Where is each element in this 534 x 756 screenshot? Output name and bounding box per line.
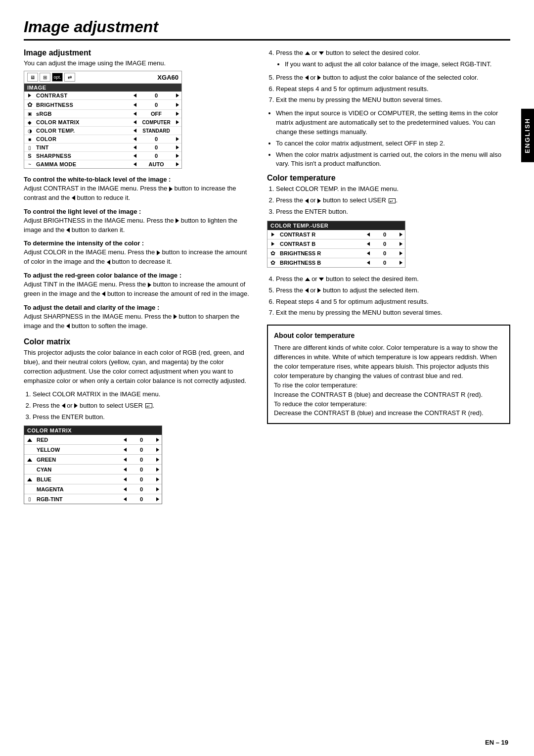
- note-1: When the input source is VIDEO or COMPUT…: [276, 109, 510, 137]
- color-matrix-step-3: Press the ENTER button.: [33, 413, 251, 422]
- bold-section-contrast: To control the white-to-black level of t…: [24, 176, 251, 203]
- about-color-temp-title: About color temperature: [274, 331, 503, 340]
- note-3: When the color matrix adjustment is carr…: [276, 150, 510, 169]
- menu-icon-2: ⊞: [40, 73, 50, 82]
- english-tab: ENGLISH: [521, 109, 534, 162]
- color-temp-table: COLOR TEMP.-USER CONTRAST R 0 CONTRAST B: [267, 221, 405, 268]
- menu-icon-tint: ▯: [24, 145, 35, 150]
- color-matrix-step-1: Select COLOR MATRIX in the IMAGE menu.: [33, 390, 251, 399]
- ct-step-1: Select COLOR TEMP. in the IMAGE menu.: [276, 185, 510, 194]
- cm-icon-green: [24, 457, 35, 463]
- ct-arrow-right-contrast-b: [397, 240, 405, 247]
- cm-arrow-right-cyan: [154, 466, 162, 473]
- color-matrix-section: Color matrix This projector adjusts the …: [24, 337, 251, 504]
- note-2: To cancel the color matrix adjustment, s…: [276, 139, 510, 148]
- cm-row-green: GREEN 0: [24, 455, 162, 465]
- cm-label-green: GREEN: [35, 457, 121, 463]
- menu-arrow-right-sharpness: [174, 153, 181, 159]
- ct-steps-after: Press the or button to select the desire…: [267, 275, 510, 318]
- ct-step-4: Press the or button to select the desire…: [276, 275, 510, 284]
- cm-val-cyan: 0: [129, 467, 154, 472]
- cm-arrow-right-red: [154, 436, 162, 443]
- ct-icon-brightness-r: ✿: [267, 250, 278, 257]
- menu-value-tint: 0: [139, 144, 174, 150]
- menu-label-color: COLOR: [35, 136, 131, 142]
- color-temp-steps: Select COLOR TEMP. in the IMAGE menu. Pr…: [267, 185, 510, 217]
- menu-value-gammamode: AUTO: [139, 161, 174, 167]
- cm-arrow-left-yellow: [121, 446, 129, 453]
- page: ENGLISH Image adjustment Image adjustmen…: [0, 0, 534, 756]
- menu-value-color: 0: [139, 136, 174, 142]
- ct-icon-contrast-b: [267, 241, 278, 247]
- menu-arrow-left-tint: [131, 144, 139, 150]
- ct-arrow-left-contrast-r: [364, 231, 372, 238]
- ct-step-7: Exit the menu by pressing the MENU butto…: [276, 308, 510, 318]
- menu-value-brightness: 0: [139, 102, 174, 108]
- about-color-temp-body: There are different kinds of white color…: [274, 343, 503, 418]
- menu-title: XGA60: [157, 74, 178, 81]
- cm-label-red: RED: [35, 437, 121, 443]
- menu-arrow-left-colormatrix: [131, 119, 139, 125]
- about-color-temp-box: About color temperature There are differ…: [267, 325, 510, 424]
- menu-value-colortemp: STANDARD: [139, 128, 174, 134]
- menu-arrow-left-colortemp: [131, 128, 139, 134]
- bold-heading-brightness: To control the light level of the image …: [24, 208, 251, 215]
- ct-row-brightness-b: ✿ BRIGHTNESS B 0: [267, 258, 405, 267]
- color-matrix-notes: When the input source is VIDEO or COMPUT…: [267, 109, 510, 169]
- menu-label-colormatrix: COLOR MATRIX: [35, 119, 131, 125]
- cm-arrow-left-magenta: [121, 485, 129, 493]
- cm-arrow-right-magenta: [154, 485, 162, 493]
- menu-arrow-left-color: [131, 136, 139, 142]
- menu-row-colormatrix: ◆ COLOR MATRIX COMPUTER: [24, 118, 181, 127]
- color-temp-title: Color temperature: [267, 174, 510, 183]
- cm-val-rgbtint: 0: [129, 496, 154, 502]
- step-5-color: Press the or button to adjust the color …: [276, 73, 510, 83]
- bold-section-brightness: To control the light level of the image …: [24, 208, 251, 235]
- color-temperature-section: Color temperature Select COLOR TEMP. in …: [267, 174, 510, 424]
- ct-val-brightness-b: 0: [372, 260, 397, 266]
- ct-arrow-right-brightness-b: [397, 259, 405, 266]
- menu-arrow-right-srgb: [174, 111, 181, 117]
- cm-row-red: RED 0: [24, 435, 162, 445]
- menu-arrow-left-contrast: [131, 93, 139, 98]
- ct-step-3: Press the ENTER button.: [276, 207, 510, 217]
- color-matrix-intro: This projector adjusts the color balance…: [24, 348, 251, 385]
- menu-row-colortemp: ◑ COLOR TEMP. STANDARD: [24, 127, 181, 135]
- step-4-color: Press the or button to select the desire…: [276, 48, 510, 69]
- menu-arrow-right-color: [174, 136, 181, 142]
- cm-icon-rgbtint: ▯: [24, 496, 35, 502]
- menu-label-brightness: BRIGHTNESS: [35, 102, 131, 108]
- cm-arrow-right-blue: [154, 475, 162, 483]
- para-tint: Adjust TINT in the IMAGE menu. Press the…: [24, 280, 251, 299]
- ct-step-2: Press the or button to select USER .: [276, 196, 510, 205]
- cm-val-green: 0: [129, 457, 154, 463]
- ct-arrow-left-brightness-r: [364, 250, 372, 257]
- color-matrix-table-header: COLOR MATRIX: [24, 426, 162, 435]
- menu-row-gammamode: ~ GAMMA MODE AUTO: [24, 160, 181, 168]
- cm-row-rgbtint: ▯ RGB-TINT 0: [24, 494, 162, 504]
- menu-row-brightness: ✿ BRIGHTNESS 0: [24, 100, 181, 110]
- color-matrix-table: COLOR MATRIX RED 0 YELLOW 0: [24, 425, 162, 504]
- ct-arrow-left-brightness-b: [364, 259, 372, 266]
- cm-arrow-left-blue: [121, 475, 129, 483]
- bold-heading-tint: To adjust the red-green color balance of…: [24, 272, 251, 279]
- menu-value-sharpness: 0: [139, 153, 174, 159]
- ct-label-contrast-r: CONTRAST R: [278, 232, 364, 237]
- cm-icon-red: [24, 437, 35, 443]
- cm-label-cyan: CYAN: [35, 467, 121, 472]
- ct-row-contrast-b: CONTRAST B 0: [267, 239, 405, 249]
- image-adjustment-subtitle: You can adjust the image using the IMAGE…: [24, 59, 251, 67]
- ct-arrow-left-contrast-b: [364, 240, 372, 247]
- menu-icon-color: ■: [24, 137, 35, 142]
- cm-val-yellow: 0: [129, 447, 154, 453]
- ct-row-brightness-r: ✿ BRIGHTNESS R 0: [267, 249, 405, 258]
- ct-step-5: Press the or button to adjust the select…: [276, 286, 510, 295]
- cm-label-blue: BLUE: [35, 476, 121, 482]
- menu-icon-gammamode: ~: [24, 162, 35, 167]
- image-adjustment-title: Image adjustment: [24, 48, 251, 57]
- menu-arrow-right-contrast: [174, 93, 181, 98]
- ct-label-contrast-b: CONTRAST B: [278, 241, 364, 247]
- menu-icon-colortemp: ◑: [24, 128, 35, 134]
- menu-row-tint: ▯ TINT 0: [24, 143, 181, 152]
- ct-val-brightness-r: 0: [372, 250, 397, 256]
